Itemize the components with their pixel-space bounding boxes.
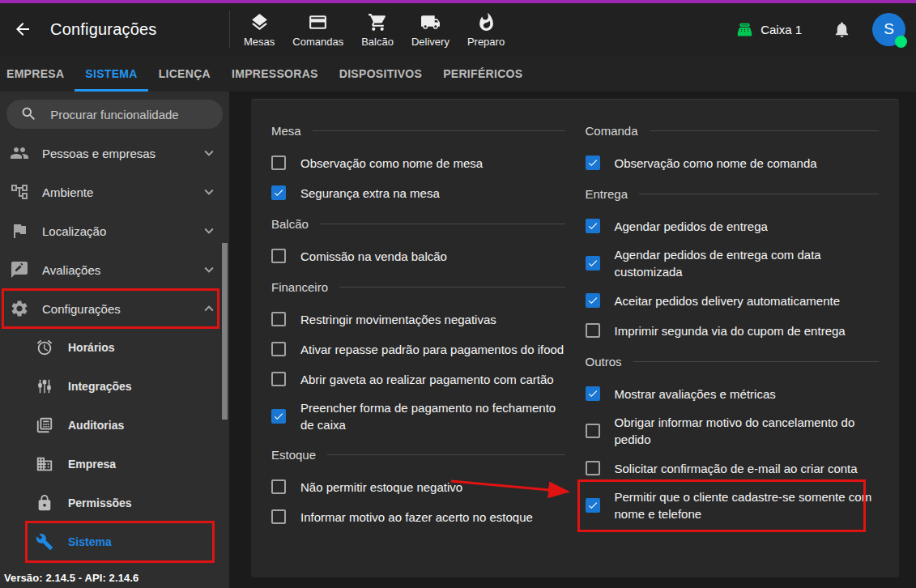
check-icon [273, 411, 284, 422]
setting-preencher-forma-pagamento[interactable]: Preencher forma de pagamento no fechamen… [271, 399, 565, 433]
calculator-icon [36, 416, 53, 434]
setting-permitir-cadastro-nome-telefone[interactable]: Permitir que o cliente cadastre-se somen… [586, 488, 880, 522]
header-title-area: Configurações [0, 19, 229, 40]
tab-bar: EMPRESA SISTEMA LICENÇA IMPRESSORAS DISP… [0, 55, 916, 92]
nav-preparo[interactable]: Preparo [458, 9, 513, 51]
setting-agendar-data-customizada[interactable]: Agendar pedidos de entrega com data cust… [586, 246, 880, 280]
nav-delivery[interactable]: Delivery [403, 9, 458, 51]
setting-observacao-nome-mesa[interactable]: Observação como nome de mesa [271, 153, 565, 173]
header-divider [229, 11, 230, 48]
checkbox[interactable] [586, 461, 600, 475]
gear-icon [10, 299, 29, 318]
notifications-button[interactable] [833, 20, 851, 39]
sidebar-subitem-sistema[interactable]: Sistema [0, 522, 229, 561]
checkbox[interactable] [271, 156, 286, 170]
setting-aceitar-delivery-automaticamente[interactable]: Aceitar pedidos delivery automaticamente [586, 291, 880, 310]
version-label: Versão: 2.14.5 - API: 2.14.6 [4, 572, 138, 584]
search-input[interactable] [6, 100, 223, 129]
chevron-down-icon [200, 183, 218, 201]
checkbox[interactable] [586, 498, 600, 513]
setting-nao-permitir-estoque-negativo[interactable]: Não permitir estoque negativo [271, 477, 565, 496]
arrow-back-icon [13, 19, 34, 39]
setting-observacao-nome-comanda[interactable]: Observação como nome de comanda [586, 153, 880, 173]
cash-register-icon [736, 21, 753, 38]
sidebar-subitem-auditorias[interactable]: Auditorias [0, 406, 229, 445]
setting-repasse-ifood[interactable]: Ativar repasse padrão para pagamentos do… [271, 339, 565, 359]
setting-comissao-venda-balcao[interactable]: Comissão na venda balcão [271, 246, 565, 266]
checkbox[interactable] [586, 323, 600, 338]
tab-perifericos[interactable]: PERIFÉRICOS [432, 55, 533, 92]
check-icon [587, 258, 599, 269]
checkbox[interactable] [271, 312, 286, 326]
tab-impressoras[interactable]: IMPRESSORAS [221, 55, 329, 92]
setting-imprimir-segunda-via[interactable]: Imprimir segunda via do cupom de entrega [586, 321, 880, 340]
header-right: Caixa 1 S [736, 13, 916, 46]
sidebar-menu: Pessoas e empresas Ambiente Localizaçã [0, 134, 229, 561]
sidebar-item-avaliacoes[interactable]: Avaliações [0, 250, 229, 289]
chevron-down-icon [200, 144, 218, 162]
setting-abrir-gaveta-cartao[interactable]: Abrir gaveta ao realizar pagamento com c… [271, 369, 565, 389]
search-box[interactable] [6, 100, 223, 129]
checkbox[interactable] [586, 293, 600, 308]
main-area: Mesa Observação como nome de mesa Segura… [229, 92, 916, 588]
people-icon [10, 143, 29, 163]
sidebar-item-localizacao[interactable]: Localização [0, 211, 229, 250]
sidebar-item-configuracoes[interactable]: Configurações [0, 289, 229, 328]
search-icon [20, 105, 37, 122]
nav-comandas[interactable]: Comandas [283, 9, 352, 51]
section-header-outros: Outros [586, 353, 880, 369]
settings-page: Configurações Mesas Comandas Balcão [0, 0, 916, 588]
cashier-status[interactable]: Caixa 1 [736, 21, 802, 38]
sidebar-subitem-empresa[interactable]: Empresa [0, 445, 229, 484]
alarm-icon [36, 339, 53, 356]
setting-solicitar-confirmacao-email[interactable]: Solicitar confirmação de e-mail ao criar… [586, 458, 880, 478]
tree-icon [10, 182, 29, 202]
section-header-comanda: Comanda [586, 122, 880, 138]
tab-sistema[interactable]: SISTEMA [75, 55, 147, 92]
checkbox[interactable] [271, 509, 286, 524]
checkbox[interactable] [586, 256, 600, 271]
tab-dispositivos[interactable]: DISPOSITIVOS [329, 55, 432, 92]
checkbox[interactable] [271, 342, 286, 356]
lock-icon [36, 494, 53, 512]
sidebar-subitem-integracoes[interactable]: Integrações [0, 367, 229, 406]
settings-column-left: Mesa Observação como nome de mesa Segura… [271, 121, 565, 537]
tab-empresa[interactable]: EMPRESA [0, 55, 75, 92]
nav-mesas[interactable]: Mesas [235, 9, 283, 51]
checkbox[interactable] [271, 479, 286, 494]
nav-balcao[interactable]: Balcão [352, 9, 403, 51]
checkbox[interactable] [586, 386, 600, 401]
setting-mostrar-avaliacoes[interactable]: Mostrar avaliações e métricas [586, 384, 880, 403]
setting-restringir-movimentacoes[interactable]: Restringir movimentações negativas [271, 309, 565, 329]
checkbox[interactable] [271, 409, 286, 424]
section-header-mesa: Mesa [271, 122, 565, 138]
sidebar-item-ambiente[interactable]: Ambiente [0, 173, 229, 211]
tab-licenca[interactable]: LICENÇA [148, 55, 221, 92]
check-icon [587, 220, 599, 232]
building-icon [36, 455, 53, 473]
setting-obrigar-motivo-cancelamento[interactable]: Obrigar informar motivo do cancelamento … [586, 414, 880, 448]
back-button[interactable] [13, 19, 34, 40]
setting-agendar-pedidos-entrega[interactable]: Agendar pedidos de entrega [586, 216, 880, 236]
settings-card: Mesa Observação como nome de mesa Segura… [251, 99, 899, 577]
checkbox[interactable] [271, 185, 286, 200]
setting-informar-motivo-acerto[interactable]: Informar motivo ao fazer acerto no estoq… [271, 507, 565, 526]
sidebar-item-pessoas-e-empresas[interactable]: Pessoas e empresas [0, 134, 229, 173]
setting-seguranca-extra-mesa[interactable]: Segurança extra na mesa [271, 183, 565, 202]
sidebar-subitem-permissoes[interactable]: Permissões [0, 484, 229, 522]
checkbox[interactable] [586, 156, 600, 170]
section-header-entrega: Entrega [586, 185, 880, 202]
check-icon [587, 388, 599, 399]
app-header: Configurações Mesas Comandas Balcão [0, 3, 916, 55]
user-avatar[interactable]: S [872, 13, 905, 46]
checkbox[interactable] [271, 372, 286, 386]
sidebar-subitem-horarios[interactable]: Horários [0, 328, 229, 367]
card-icon [308, 12, 328, 32]
sidebar-scrollbar-thumb[interactable] [222, 243, 228, 420]
checkbox[interactable] [271, 249, 286, 263]
settings-column-right: Comanda Observação como nome de comanda … [586, 121, 880, 537]
checkbox[interactable] [586, 219, 600, 233]
check-icon [587, 500, 599, 511]
checkbox[interactable] [586, 424, 600, 438]
truck-icon [420, 12, 441, 32]
